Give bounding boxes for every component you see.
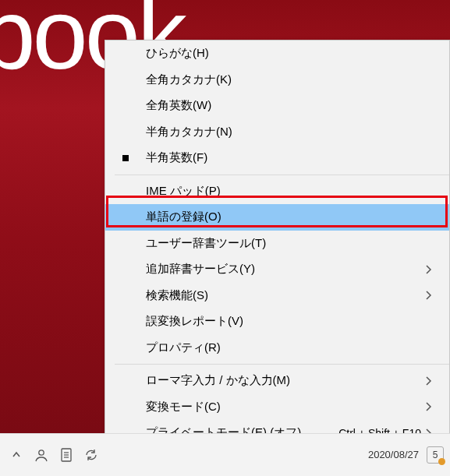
menu-label: 誤変換レポート(V) [146,314,437,329]
menu-label: 半角英数(F) [146,150,437,165]
notification-count: 5 [433,450,438,460]
menu-item-misconversion-report[interactable]: 誤変換レポート(V) [105,309,449,335]
menu-item-hankaku-eisuu[interactable]: 半角英数(F) [105,145,449,171]
menu-label: IME パッド(P) [146,184,437,199]
taskbar-chevron-icon[interactable] [6,445,27,465]
taskbar-people-icon[interactable] [31,445,51,465]
menu-item-property[interactable]: プロパティ(R) [105,335,449,361]
menu-item-hankaku-katakana[interactable]: 半角カタカナ(N) [105,119,449,146]
menu-label: プロパティ(R) [146,340,437,355]
notification-dot-icon [438,458,445,465]
notification-badge[interactable]: 5 [427,446,444,464]
menu-item-user-dictionary-tool[interactable]: ユーザー辞書ツール(T) [105,231,449,257]
submenu-arrow-icon [426,265,437,274]
menu-item-hiragana[interactable]: ひらがな(H) [105,41,449,67]
menu-item-word-registration[interactable]: 単語の登録(O) [105,204,449,231]
menu-label: ローマ字入力 / かな入力(M) [146,373,426,388]
menu-item-zenkaku-katakana[interactable]: 全角カタカナ(K) [105,67,449,93]
menu-item-romaji-kana-input[interactable]: ローマ字入力 / かな入力(M) [105,368,449,394]
menu-separator [115,364,449,365]
taskbar-document-icon[interactable] [56,445,76,465]
menu-label: 検索機能(S) [146,288,426,303]
menu-label: 単語の登録(O) [146,210,437,224]
menu-separator [115,175,449,175]
menu-item-search-function[interactable]: 検索機能(S) [105,283,449,309]
ime-context-menu: ひらがな(H) 全角カタカナ(K) 全角英数(W) 半角カタカナ(N) 半角英数… [105,40,450,476]
taskbar-sync-icon[interactable] [81,445,101,465]
menu-label: ユーザー辞書ツール(T) [146,236,437,251]
menu-label: 全角カタカナ(K) [146,72,437,87]
selected-bullet-icon [122,155,129,161]
submenu-arrow-icon [426,291,437,300]
menu-item-conversion-mode[interactable]: 変換モード(C) [105,394,449,421]
menu-label: 追加辞書サービス(Y) [146,262,426,277]
menu-label: 変換モード(C) [146,400,426,414]
menu-bullet-slot [105,155,146,161]
taskbar-left [6,445,101,465]
menu-label: ひらがな(H) [146,46,437,61]
taskbar-date[interactable]: 2020/08/27 [368,449,419,461]
menu-label: 半角カタカナ(N) [146,125,437,139]
taskbar-right: 2020/08/27 5 [368,446,444,464]
taskbar: 2020/08/27 5 [0,433,450,476]
menu-item-ime-pad[interactable]: IME パッド(P) [105,178,449,205]
menu-item-zenkaku-eisuu[interactable]: 全角英数(W) [105,93,449,119]
menu-item-additional-dictionary-service[interactable]: 追加辞書サービス(Y) [105,256,449,283]
submenu-arrow-icon [426,376,437,386]
svg-point-0 [39,450,44,455]
menu-label: 全角英数(W) [146,98,437,113]
submenu-arrow-icon [426,402,437,411]
